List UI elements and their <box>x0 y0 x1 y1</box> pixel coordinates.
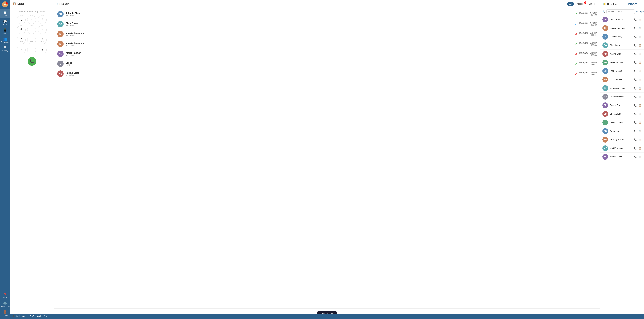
search-input[interactable] <box>606 10 635 14</box>
contact-name: Roderick Welch <box>610 96 632 98</box>
more-options[interactable]: ··· <box>2 53 8 59</box>
user-avatar[interactable]: U 1 <box>2 1 8 8</box>
contact-call-button[interactable]: 📞 <box>633 78 637 81</box>
directory-item[interactable]: JS Jessica Shelton 📞 📋 <box>600 118 644 127</box>
contact-info-button[interactable]: 📋 <box>638 112 642 116</box>
call-list-item[interactable]: IS Ignacio Summers Marketing ✗ May 6, 20… <box>54 29 600 39</box>
contact-info-button[interactable]: 📋 <box>638 70 642 73</box>
contact-info-button[interactable]: 📋 <box>638 87 642 90</box>
directory-item[interactable]: LH Leon Hansen 📞 📋 <box>600 67 644 76</box>
directory-item[interactable]: RW Roderick Welch 📞 📋 <box>600 92 644 101</box>
call-list-item[interactable]: B Billing 1025 ↗ May 6, 2024 2:23 PM 0:0… <box>54 59 600 69</box>
dial-key-2[interactable]: 2ABC <box>27 15 36 24</box>
contact-info-button[interactable]: 📋 <box>638 44 642 47</box>
contact-info-button[interactable]: 📋 <box>638 35 642 38</box>
dial-key-3[interactable]: 3DEF <box>38 15 46 24</box>
sidebar-item-preferences[interactable]: ⚙️ Preferences <box>0 300 10 309</box>
contact-info-button[interactable]: 📋 <box>638 18 642 21</box>
dnd-status[interactable]: DND <box>30 315 34 318</box>
contact-info-button[interactable]: 📋 <box>638 52 642 56</box>
contact-call-button[interactable]: 📞 <box>633 95 637 98</box>
contact-call-button[interactable]: 📞 <box>633 61 637 64</box>
directory-item[interactable]: AB Arthur Byrd 📞 📋 <box>600 127 644 136</box>
directory-item[interactable]: AR Albert Redman 📞 📋 <box>600 15 644 24</box>
dial-key-5[interactable]: 5JKL <box>27 26 36 34</box>
tab-dialed[interactable]: Dialed <box>586 2 597 6</box>
call-sub: Marketing <box>66 34 573 36</box>
contact-call-button[interactable]: 📞 <box>633 87 637 90</box>
directory-item[interactable]: JW Jon-Paul Witt 📞 📋 <box>600 76 644 84</box>
softphone-status[interactable]: 📞 Softphone ▾ <box>13 315 28 318</box>
department-filter-button[interactable]: All Departments ▾ <box>636 10 644 13</box>
sidebar-item-chat[interactable]: 💬 Chat <box>0 18 10 27</box>
tab-all[interactable]: All <box>567 2 574 6</box>
dial-key-#[interactable]: # <box>38 46 46 54</box>
sidebar-item-logout[interactable]: 🚪 Log Out <box>0 309 10 318</box>
call-list-item[interactable]: IS Ignacio Summers Marketing ↗ May 6, 20… <box>54 39 600 49</box>
call-list-item[interactable]: JR Johnnie Riley Marketing ↗ May 6, 2024… <box>54 9 600 19</box>
call-list-item[interactable]: NB Nadine Brett Marketing ✗ May 6, 2024 … <box>54 69 600 79</box>
contact-call-button[interactable]: 📞 <box>633 112 637 116</box>
contact-info-button[interactable]: 📋 <box>638 95 642 98</box>
contact-call-button[interactable]: 📞 <box>633 130 637 133</box>
sidebar-item-conference[interactable]: 👥 Conference <box>0 36 10 44</box>
contact-info-button[interactable]: 📋 <box>638 138 642 141</box>
directory-item[interactable]: JA James Armstrong 📞 📋 <box>600 84 644 92</box>
contact-call-button[interactable]: 📞 <box>633 35 637 38</box>
contact-call-button[interactable]: 📞 <box>633 147 637 150</box>
dial-key-0[interactable]: 0+ <box>27 46 36 54</box>
contact-call-button[interactable]: 📞 <box>633 18 637 21</box>
dial-key-6[interactable]: 6MNO <box>38 26 46 34</box>
directory-item[interactable]: YL Yolanda Lloyd 📞 📋 <box>600 152 644 161</box>
contact-call-button[interactable]: 📞 <box>633 155 637 158</box>
contact-avatar: SB <box>602 111 608 117</box>
contact-info-button[interactable]: 📋 <box>638 147 642 150</box>
bicom-logo: bicom <box>628 2 637 6</box>
dial-key-1[interactable]: 1 <box>17 15 26 24</box>
directory-options-button[interactable]: ⋮ <box>638 2 641 6</box>
call-sub: Marketing <box>66 74 573 76</box>
caller-id-status[interactable]: Caller ID ▾ <box>37 315 47 318</box>
sidebar-item-meeting[interactable]: 🖥 Meeting <box>0 44 10 53</box>
recent-icon: 🕐 <box>57 2 60 5</box>
directory-item[interactable]: KH Kelvin Hoffman 📞 📋 <box>600 58 644 67</box>
contact-call-button[interactable]: 📞 <box>633 70 637 73</box>
directory-item[interactable]: SB Sheila Bryan 📞 📋 <box>600 110 644 118</box>
dial-key-4[interactable]: 4GHI <box>17 26 26 34</box>
dial-key-8[interactable]: 8TUV <box>27 36 36 44</box>
contact-info-button[interactable]: 📋 <box>638 104 642 107</box>
directory-item[interactable]: NB Nadine Brett 📞 📋 <box>600 50 644 58</box>
contact-info-button[interactable]: 📋 <box>638 26 642 30</box>
contact-info-button[interactable]: 📋 <box>638 155 642 158</box>
contact-actions: 📞 📋 <box>633 104 642 107</box>
tab-missed[interactable]: Missed 3 <box>575 2 586 6</box>
directory-item[interactable]: CO Clark Owen 📞 📋 <box>600 41 644 50</box>
sidebar-item-sms[interactable]: 📱 SMS <box>0 27 10 36</box>
contact-info-button[interactable]: 📋 <box>638 61 642 64</box>
sidebar-item-dialer[interactable]: 📋 Dialer <box>0 10 10 18</box>
directory-item[interactable]: RP Regina Perry 📞 📋 <box>600 101 644 110</box>
contact-call-button[interactable]: 📞 <box>633 44 637 47</box>
dial-key-*[interactable]: * <box>17 46 26 54</box>
contact-call-button[interactable]: 📞 <box>633 104 637 107</box>
contact-info-button[interactable]: 📋 <box>638 121 642 124</box>
contact-avatar: CO <box>602 42 608 48</box>
directory-item[interactable]: MF Matt Ferguson 📞 📋 <box>600 144 644 152</box>
call-list-item[interactable]: AR Albert Redman Marketing ✗ May 6, 2024… <box>54 49 600 59</box>
call-duration: 0:00:00 <box>579 74 597 76</box>
call-time-info: May 6, 2024 2:24 PM 0:00:00 <box>579 32 597 36</box>
contact-call-button[interactable]: 📞 <box>633 26 637 30</box>
contact-info-button[interactable]: 📋 <box>638 78 642 81</box>
contact-call-button[interactable]: 📞 <box>633 52 637 56</box>
directory-item[interactable]: JR Johnnie Riley 📞 📋 <box>600 32 644 41</box>
contact-call-button[interactable]: 📞 <box>633 138 637 141</box>
sidebar-item-help[interactable]: ❓ Help <box>0 292 10 300</box>
call-button[interactable]: 📞 <box>28 57 36 66</box>
contact-call-button[interactable]: 📞 <box>633 121 637 124</box>
call-list-item[interactable]: CO Clark Owen Marketing ↙ May 6, 2024 2:… <box>54 19 600 29</box>
dial-key-9[interactable]: 9WXYZ <box>38 36 46 44</box>
directory-item[interactable]: IS Ignacio Summers 📞 📋 <box>600 24 644 32</box>
directory-item[interactable]: WW Whitney Walton 📞 📋 <box>600 136 644 144</box>
contact-info-button[interactable]: 📋 <box>638 130 642 133</box>
dial-key-7[interactable]: 7PQRS <box>17 36 26 44</box>
